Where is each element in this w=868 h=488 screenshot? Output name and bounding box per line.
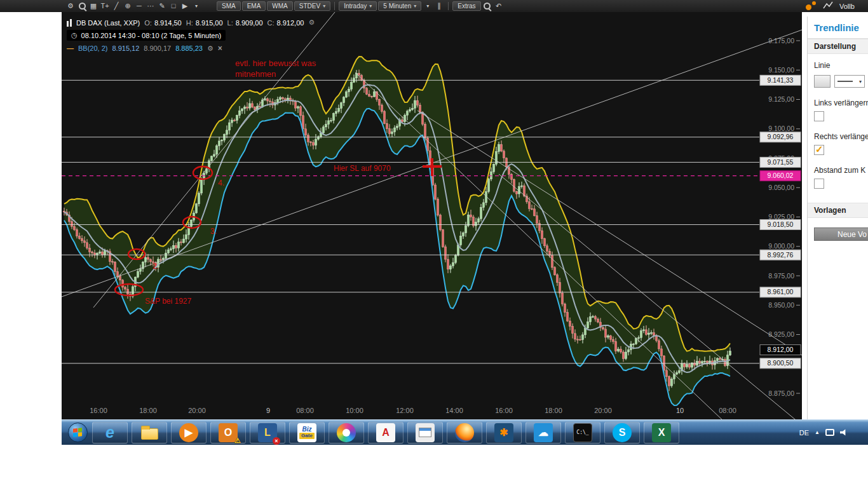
taskbar-firefox[interactable] xyxy=(447,422,482,444)
extras-button[interactable]: Extras xyxy=(452,1,480,11)
price-tick-label: 9.100,00 xyxy=(768,125,794,132)
taskbar-excel[interactable]: X xyxy=(644,422,679,444)
windows-orb-icon xyxy=(68,423,88,442)
period-label: 08.10.2014 14:30 - 08:10 (2 Tage, 5 Minu… xyxy=(81,32,222,39)
high-label: H: xyxy=(186,19,193,27)
fullscreen-button[interactable]: Vollb xyxy=(839,3,855,10)
indicator-button-ema[interactable]: EMA xyxy=(242,1,266,11)
taskbar-skype[interactable]: S xyxy=(604,422,640,444)
windows-taskbar: e▶O⚠L×BizGateA✱☁C:\_SX DE ▲ xyxy=(62,419,868,445)
price-tick-label: 9.125,00 xyxy=(768,95,794,103)
time-tick-label: 20:00 xyxy=(594,407,612,414)
price-tag-label: 8.992,76 xyxy=(768,251,794,259)
instrument-legend-row: DB DAX (Last, XXP) O: 8.914,50 H: 8.915,… xyxy=(67,18,315,27)
time-tick-label: 9 xyxy=(266,407,270,414)
timeframe-dropdown[interactable]: Intraday▾ xyxy=(339,1,377,11)
abstand-checkbox[interactable] xyxy=(814,179,824,189)
annotation-text: evtl. hier bewusst was xyxy=(235,58,316,68)
indicator-button-stdev[interactable]: STDEV▾ xyxy=(294,1,330,11)
trendline-tool-icon[interactable]: ╱ xyxy=(111,1,122,11)
price-tick-label: 9.150,00 xyxy=(768,66,794,74)
taskbar-media-player[interactable]: ▶ xyxy=(171,422,207,444)
toolbar-right-group: Vollb xyxy=(806,1,868,12)
time-tick-label: 12:00 xyxy=(396,407,414,414)
time-tick-label: 10:00 xyxy=(346,407,363,414)
indicator-settings-icon[interactable]: ⚙ xyxy=(207,44,214,53)
taskbar-notes-app[interactable]: L× xyxy=(250,422,285,444)
brand-icon[interactable] xyxy=(806,1,817,11)
app-orange-icon: ✱ xyxy=(494,423,513,442)
price-chart[interactable]: 9.175,009.150,009.125,009.100,009.075,00… xyxy=(62,12,802,419)
zoom-in-icon[interactable] xyxy=(482,1,493,11)
language-indicator[interactable]: DE xyxy=(799,429,809,437)
section-darstellung: Darstellung xyxy=(808,39,868,54)
indicator-button-wma[interactable]: WMA xyxy=(267,1,292,11)
speaker-icon[interactable] xyxy=(840,429,848,437)
taskbar-windows-explorer[interactable] xyxy=(132,422,167,444)
annotation-text: mitnehmen xyxy=(235,69,276,79)
play-tool-icon[interactable]: ▶ xyxy=(179,1,191,11)
annotation-text: 4. xyxy=(218,179,224,187)
price-tag-label: 9.060,02 xyxy=(768,172,794,179)
taskbar-internet-explorer[interactable]: e xyxy=(92,422,128,444)
system-tray: DE ▲ xyxy=(799,429,868,437)
pause-icon[interactable]: ∥ xyxy=(433,1,445,11)
time-tick-label: 08:00 xyxy=(719,407,736,414)
panel-title: Trendlinie xyxy=(808,17,868,39)
taskbar-bizgate[interactable]: BizGate xyxy=(289,422,325,444)
hline-tool-icon[interactable]: ─ xyxy=(133,1,145,11)
taskbar-outlook[interactable]: O⚠ xyxy=(210,422,246,444)
time-tick-label: 18:00 xyxy=(139,407,157,414)
indicator-name: BB(20, 2) xyxy=(78,44,107,52)
time-tick-label: 10 xyxy=(676,407,684,414)
price-tag-label: 8.900,50 xyxy=(768,359,794,367)
taskbar-snipping-tool[interactable] xyxy=(407,422,443,444)
skype-icon: S xyxy=(613,423,632,442)
search-icon[interactable] xyxy=(76,1,88,11)
more-intervals-dropdown-icon[interactable]: ▾ xyxy=(422,1,433,11)
more-tools-icon[interactable]: ⋯ xyxy=(145,1,156,11)
period-row: ◷ 08.10.2014 14:30 - 08:10 (2 Tage, 5 Mi… xyxy=(67,30,315,41)
price-tick-label: 8.950,00 xyxy=(768,301,794,309)
line-style-dropdown[interactable]: ▾ xyxy=(834,75,865,88)
settings-icon[interactable]: ⚙ xyxy=(65,1,76,11)
tray-expand-icon[interactable]: ▲ xyxy=(815,430,820,435)
undo-icon[interactable]: ↶ xyxy=(493,1,505,11)
rect-tool-icon[interactable]: □ xyxy=(168,1,179,11)
linie-label: Linie xyxy=(808,61,868,74)
taskbar-app-orange[interactable]: ✱ xyxy=(486,422,522,444)
close-value: 8.912,00 xyxy=(277,19,304,27)
chart-toolbar: ⚙▦T+╱⊕─⋯✎□▶▾ SMAEMAWMASTDEV▾ Intraday▾ 5… xyxy=(0,0,868,12)
crosshair-tool-icon[interactable]: ⊕ xyxy=(122,1,133,11)
line-color-picker[interactable] xyxy=(814,75,831,88)
grid-icon[interactable]: ▦ xyxy=(88,1,99,11)
bb-lower-value: 8.885,23 xyxy=(175,44,203,52)
taskbar-start-button[interactable] xyxy=(65,421,90,445)
neue-vorlage-button[interactable]: Neue Vo xyxy=(814,227,868,241)
taskbar-cloud-sync[interactable]: ☁ xyxy=(526,422,561,444)
indicator-remove-icon[interactable]: × xyxy=(218,44,222,53)
taskbar-command-prompt[interactable]: C:\_ xyxy=(565,422,600,444)
interval-dropdown[interactable]: 5 Minuten▾ xyxy=(378,1,421,11)
pencil-tool-icon[interactable]: ✎ xyxy=(156,1,168,11)
indicator-button-sma[interactable]: SMA xyxy=(217,1,241,11)
instrument-settings-icon[interactable]: ⚙ xyxy=(308,18,315,27)
annotation-text: S&P bei 1927 xyxy=(145,297,191,306)
links-verlaengern-checkbox[interactable] xyxy=(814,111,824,121)
terminal-icon: C:\_ xyxy=(573,423,592,442)
notes-app-icon: L× xyxy=(258,423,277,442)
candlestick-icon xyxy=(67,19,72,27)
media-player-icon: ▶ xyxy=(179,423,198,442)
taskbar-pdf-reader[interactable]: A xyxy=(368,422,403,444)
section-vorlagen: Vorlagen xyxy=(808,203,868,218)
chart-type-icon[interactable] xyxy=(823,1,833,12)
text-tool-icon[interactable]: T+ xyxy=(99,1,111,11)
display-icon[interactable] xyxy=(825,429,834,436)
taskbar-design-app[interactable] xyxy=(329,422,364,444)
window-icon xyxy=(416,423,435,442)
rechts-verlaengern-checkbox[interactable] xyxy=(814,145,824,155)
desktop: { "toolbar": { "tools": [ {"name": "sett… xyxy=(0,0,868,488)
price-tick-label: 8.875,00 xyxy=(768,390,794,397)
cloud-sync-icon: ☁ xyxy=(534,423,553,442)
tools-dropdown-icon[interactable]: ▾ xyxy=(191,1,202,11)
